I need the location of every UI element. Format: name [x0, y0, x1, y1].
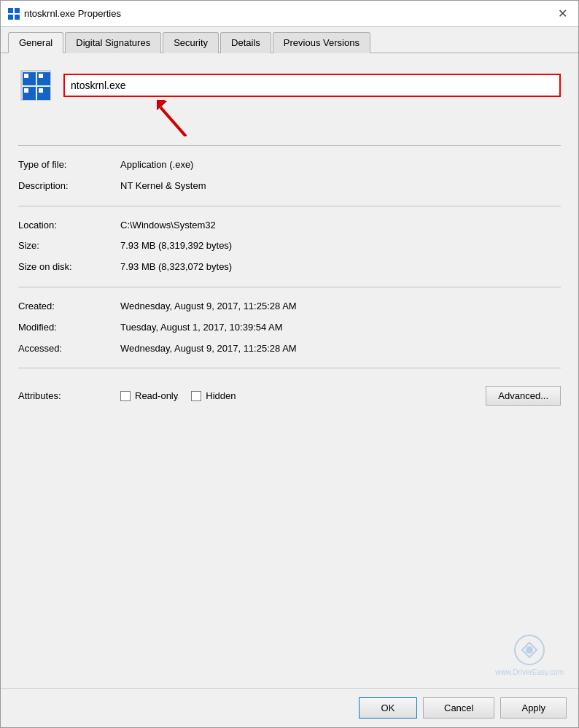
size-on-disk-value: 7.93 MB (8,323,072 bytes): [120, 260, 561, 275]
hidden-label: Hidden: [206, 390, 236, 401]
svg-rect-1: [15, 8, 20, 13]
title-bar: ntoskrnl.exe Properties ✕: [1, 1, 578, 27]
red-arrow: [157, 100, 215, 136]
modified-label: Modified:: [18, 320, 120, 336]
cancel-button[interactable]: Cancel: [423, 697, 494, 719]
tab-details[interactable]: Details: [220, 32, 271, 53]
accessed-value: Wednesday, August 9, 2017, 11:25:28 AM: [120, 341, 561, 357]
type-label: Type of file:: [18, 158, 120, 173]
svg-rect-10: [39, 74, 43, 78]
window-icon: [8, 8, 20, 20]
divider-2: [18, 206, 561, 206]
description-label: Description:: [18, 179, 120, 194]
description-row: Description: NT Kernel & System: [18, 176, 561, 197]
hidden-checkbox-item[interactable]: Hidden: [191, 390, 236, 401]
tab-security[interactable]: Security: [163, 32, 219, 53]
location-value: C:\Windows\System32: [120, 218, 561, 233]
properties-window: ntoskrnl.exe Properties ✕ General Digita…: [0, 0, 579, 728]
ok-button[interactable]: OK: [359, 697, 417, 719]
tab-digital-signatures[interactable]: Digital Signatures: [65, 32, 161, 53]
created-value: Wednesday, August 9, 2017, 11:25:28 AM: [120, 299, 561, 314]
svg-rect-9: [24, 74, 28, 78]
close-button[interactable]: ✕: [553, 5, 571, 23]
tab-content: Type of file: Application (.exe) Descrip…: [1, 53, 578, 688]
readonly-checkbox[interactable]: [120, 391, 131, 401]
bottom-buttons: OK Cancel Apply: [1, 688, 578, 727]
attributes-label: Attributes:: [18, 390, 120, 401]
accessed-label: Accessed:: [18, 341, 120, 357]
location-label: Location:: [18, 218, 120, 233]
divider-4: [18, 368, 561, 368]
location-row: Location: C:\Windows\System32: [18, 215, 561, 236]
size-row: Size: 7.93 MB (8,319,392 bytes): [18, 236, 561, 257]
svg-rect-2: [8, 15, 13, 20]
filename-input[interactable]: [63, 74, 561, 97]
description-value: NT Kernel & System: [120, 179, 561, 194]
advanced-button[interactable]: Advanced...: [486, 386, 561, 406]
size-on-disk-label: Size on disk:: [18, 260, 120, 275]
tabs-bar: General Digital Signatures Security Deta…: [1, 27, 578, 53]
attributes-row: Attributes: Read-only Hidden Advanced...: [18, 377, 561, 414]
tab-previous-versions[interactable]: Previous Versions: [273, 32, 370, 53]
window-body: General Digital Signatures Security Deta…: [1, 27, 578, 727]
tab-general[interactable]: General: [8, 32, 63, 53]
svg-rect-11: [24, 88, 28, 93]
readonly-label: Read-only: [135, 390, 178, 401]
created-row: Created: Wednesday, August 9, 2017, 11:2…: [18, 296, 561, 317]
readonly-checkbox-item[interactable]: Read-only: [120, 390, 178, 401]
svg-line-14: [160, 107, 186, 136]
file-header: [18, 68, 561, 103]
divider-1: [18, 145, 561, 146]
size-label: Size:: [18, 239, 120, 254]
size-on-disk-row: Size on disk: 7.93 MB (8,323,072 bytes): [18, 257, 561, 278]
divider-3: [18, 287, 561, 287]
modified-row: Modified: Tuesday, August 1, 2017, 10:39…: [18, 317, 561, 338]
accessed-row: Accessed: Wednesday, August 9, 2017, 11:…: [18, 338, 561, 360]
arrow-annotation: [18, 107, 561, 136]
svg-rect-12: [39, 88, 43, 93]
title-text: ntoskrnl.exe Properties: [24, 8, 121, 19]
attributes-controls: Read-only Hidden Advanced...: [120, 386, 561, 406]
type-row: Type of file: Application (.exe): [18, 155, 561, 176]
apply-button[interactable]: Apply: [500, 697, 567, 719]
modified-value: Tuesday, August 1, 2017, 10:39:54 AM: [120, 320, 561, 336]
created-label: Created:: [18, 299, 120, 314]
hidden-checkbox[interactable]: [191, 391, 201, 401]
svg-rect-3: [15, 15, 20, 20]
size-value: 7.93 MB (8,319,392 bytes): [120, 239, 561, 254]
svg-rect-0: [8, 8, 13, 13]
exe-file-icon: [18, 68, 53, 103]
type-value: Application (.exe): [120, 158, 561, 173]
title-bar-left: ntoskrnl.exe Properties: [8, 8, 121, 20]
